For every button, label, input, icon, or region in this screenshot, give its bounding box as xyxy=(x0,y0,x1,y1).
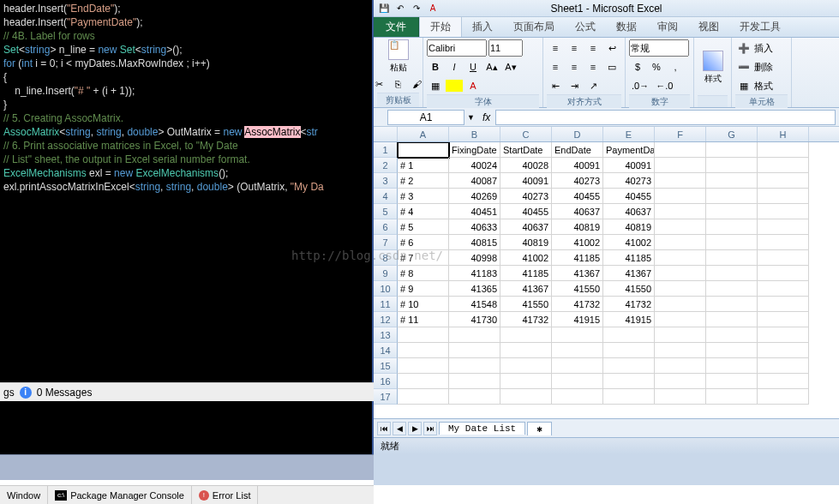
cell[interactable] xyxy=(449,343,500,358)
cell[interactable]: 40455 xyxy=(603,189,655,204)
cell[interactable]: 41550 xyxy=(500,297,552,312)
underline-button[interactable]: U xyxy=(464,58,482,75)
tab-review[interactable]: 审阅 xyxy=(647,17,688,37)
cell[interactable]: 40273 xyxy=(500,189,552,204)
cell[interactable]: # 8 xyxy=(398,266,449,281)
cell[interactable] xyxy=(500,389,552,405)
border-icon[interactable]: ▦ xyxy=(427,77,444,94)
paste-button[interactable]: 📋 粘贴 xyxy=(383,39,414,74)
cell[interactable] xyxy=(500,343,552,358)
row-header[interactable]: 8 xyxy=(374,250,398,266)
cell[interactable] xyxy=(655,266,706,281)
window-tab[interactable]: Window xyxy=(0,486,48,504)
column-header[interactable]: F xyxy=(655,127,706,141)
cell[interactable]: 41367 xyxy=(552,266,603,281)
cell[interactable] xyxy=(655,358,706,374)
cell[interactable]: 40028 xyxy=(500,158,552,173)
cell[interactable] xyxy=(655,142,706,158)
sheet-tab-active[interactable]: My Date List xyxy=(439,422,525,435)
cell[interactable]: PaymentDate xyxy=(603,142,655,158)
row-header[interactable]: 12 xyxy=(374,312,398,327)
tab-insert[interactable]: 插入 xyxy=(462,17,503,37)
cell[interactable] xyxy=(706,158,758,173)
cell[interactable] xyxy=(603,358,655,374)
increase-font-icon[interactable]: A▴ xyxy=(483,58,500,75)
comma-icon[interactable]: , xyxy=(667,58,684,75)
cell[interactable]: 40819 xyxy=(500,235,552,250)
cell[interactable] xyxy=(706,266,758,281)
cell[interactable] xyxy=(552,343,603,358)
cell[interactable]: 40637 xyxy=(552,204,603,219)
package-manager-tab[interactable]: c:\Package Manager Console xyxy=(48,486,192,504)
delete-cells-icon[interactable]: ➖ xyxy=(735,58,752,75)
cell[interactable]: 40273 xyxy=(603,173,655,189)
cell[interactable] xyxy=(552,374,603,389)
cell[interactable]: 40455 xyxy=(552,189,603,204)
cell[interactable] xyxy=(449,327,500,343)
cell[interactable] xyxy=(706,358,758,374)
cell[interactable] xyxy=(500,358,552,374)
fill-color-icon[interactable] xyxy=(446,80,463,92)
vs-splitter[interactable] xyxy=(0,454,374,480)
cell[interactable]: 41185 xyxy=(603,250,655,266)
undo-icon[interactable]: ↶ xyxy=(393,2,407,15)
tab-data[interactable]: 数据 xyxy=(606,17,647,37)
cell[interactable] xyxy=(398,142,449,158)
cell[interactable] xyxy=(603,343,655,358)
cell[interactable] xyxy=(706,297,758,312)
cell[interactable]: 40819 xyxy=(603,219,655,235)
cell[interactable] xyxy=(758,297,809,312)
cell[interactable] xyxy=(655,158,706,173)
cell[interactable]: # 7 xyxy=(398,250,449,266)
wrap-icon[interactable]: ↩ xyxy=(603,39,620,57)
cell[interactable] xyxy=(706,173,758,189)
row-header[interactable]: 10 xyxy=(374,281,398,297)
cell[interactable] xyxy=(500,374,552,389)
cell[interactable]: 40091 xyxy=(500,173,552,189)
font-color-icon[interactable]: A xyxy=(426,2,440,15)
insert-cells-icon[interactable]: ➕ xyxy=(735,39,752,57)
cell[interactable] xyxy=(758,204,809,219)
cell[interactable] xyxy=(449,389,500,405)
format-cells-icon[interactable]: ▦ xyxy=(735,77,752,94)
tab-home[interactable]: 开始 xyxy=(419,17,462,37)
percent-icon[interactable]: % xyxy=(648,58,665,75)
cell[interactable] xyxy=(655,235,706,250)
number-format-combo[interactable] xyxy=(629,39,689,57)
column-header[interactable]: E xyxy=(603,127,655,141)
row-header[interactable]: 5 xyxy=(374,204,398,219)
cell[interactable] xyxy=(655,281,706,297)
align-top-icon[interactable]: ≡ xyxy=(547,39,564,57)
cell[interactable] xyxy=(706,235,758,250)
tab-formula[interactable]: 公式 xyxy=(565,17,606,37)
decrease-font-icon[interactable]: A▾ xyxy=(502,58,519,75)
row-header[interactable]: 4 xyxy=(374,189,398,204)
cell[interactable]: # 10 xyxy=(398,297,449,312)
gs-tab[interactable]: gs xyxy=(3,387,15,399)
cell[interactable] xyxy=(655,374,706,389)
cell[interactable] xyxy=(758,266,809,281)
cell[interactable] xyxy=(706,189,758,204)
font-size-combo[interactable] xyxy=(488,39,523,57)
cell[interactable] xyxy=(603,327,655,343)
orientation-icon[interactable]: ↗ xyxy=(584,77,602,94)
cell[interactable] xyxy=(449,374,500,389)
row-header[interactable]: 11 xyxy=(374,297,398,312)
cell[interactable] xyxy=(706,281,758,297)
indent-inc-icon[interactable]: ⇥ xyxy=(566,77,583,94)
column-header[interactable]: H xyxy=(758,127,809,141)
tab-view[interactable]: 视图 xyxy=(688,17,729,37)
cell[interactable]: 40269 xyxy=(449,189,500,204)
cell[interactable]: 41365 xyxy=(449,281,500,297)
row-header[interactable]: 9 xyxy=(374,266,398,281)
cell[interactable] xyxy=(706,219,758,235)
redo-icon[interactable]: ↷ xyxy=(410,2,423,15)
cell[interactable]: 41183 xyxy=(449,266,500,281)
column-header[interactable]: G xyxy=(706,127,758,141)
cell[interactable] xyxy=(552,327,603,343)
cell[interactable] xyxy=(655,312,706,327)
cell[interactable]: EndDate xyxy=(552,142,603,158)
cell[interactable]: # 6 xyxy=(398,235,449,250)
cell[interactable]: 41548 xyxy=(449,297,500,312)
column-header[interactable]: D xyxy=(552,127,603,141)
